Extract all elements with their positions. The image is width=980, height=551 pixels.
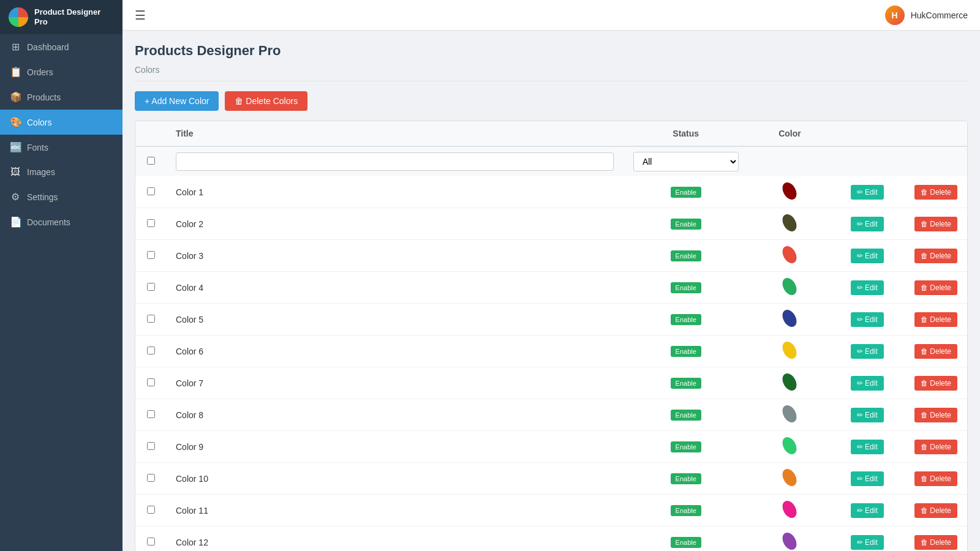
hamburger-menu[interactable]: ☰	[135, 8, 146, 23]
color-leaf-icon	[781, 213, 798, 233]
edit-button[interactable]: ✏ Edit	[851, 408, 884, 422]
row-title: Color 9	[166, 431, 624, 463]
row-color	[748, 176, 832, 208]
row-checkbox[interactable]	[147, 315, 155, 323]
row-delete-cell: 🗑 Delete	[894, 208, 967, 240]
filter-color-cell	[748, 146, 832, 176]
sidebar: Product Designer Pro ⊞ Dashboard 📋 Order…	[0, 0, 123, 551]
edit-button[interactable]: ✏ Edit	[851, 217, 884, 231]
row-checkbox[interactable]	[147, 219, 155, 227]
delete-button[interactable]: 🗑 Delete	[914, 408, 957, 422]
edit-button[interactable]: ✏ Edit	[851, 249, 884, 263]
sidebar-label-images: Images	[27, 167, 55, 177]
table-row: Color 11 Enable ✏ Edit 🗑 Delete	[135, 495, 967, 527]
color-leaf-icon	[781, 372, 798, 392]
delete-button[interactable]: 🗑 Delete	[914, 280, 957, 295]
color-leaf-icon	[781, 500, 798, 519]
delete-button[interactable]: 🗑 Delete	[914, 312, 957, 327]
row-title: Color 10	[166, 463, 624, 495]
delete-button[interactable]: 🗑 Delete	[914, 440, 957, 454]
row-checkbox-cell	[135, 304, 166, 335]
sidebar-item-products[interactable]: 📦 Products	[0, 84, 123, 110]
delete-button[interactable]: 🗑 Delete	[914, 217, 957, 231]
title-filter-input[interactable]	[176, 152, 614, 171]
svg-point-10	[781, 500, 798, 519]
row-edit-cell: ✏ Edit	[831, 240, 893, 272]
colors-table: Title Status Color	[135, 121, 967, 551]
row-color	[748, 240, 832, 272]
svg-point-11	[781, 531, 798, 551]
delete-button[interactable]: 🗑 Delete	[914, 249, 957, 263]
row-checkbox[interactable]	[147, 283, 155, 291]
row-delete-cell: 🗑 Delete	[894, 431, 967, 463]
row-checkbox-cell	[135, 495, 166, 527]
edit-button[interactable]: ✏ Edit	[851, 535, 884, 550]
svg-point-0	[781, 181, 798, 201]
delete-button[interactable]: 🗑 Delete	[914, 376, 957, 391]
row-delete-cell: 🗑 Delete	[894, 272, 967, 304]
row-color	[748, 527, 832, 552]
add-new-color-button[interactable]: + Add New Color	[135, 91, 219, 111]
sidebar-item-colors[interactable]: 🎨 Colors	[0, 110, 123, 135]
colors-icon: 🎨	[10, 116, 21, 128]
edit-button[interactable]: ✏ Edit	[851, 280, 884, 295]
edit-button[interactable]: ✏ Edit	[851, 471, 884, 486]
edit-button[interactable]: ✏ Edit	[851, 185, 884, 200]
action-bar: + Add New Color 🗑 Delete Colors	[135, 91, 968, 111]
row-edit-cell: ✏ Edit	[831, 367, 893, 399]
delete-button[interactable]: 🗑 Delete	[914, 344, 957, 359]
svg-point-9	[781, 468, 798, 487]
sidebar-item-orders[interactable]: 📋 Orders	[0, 59, 123, 84]
col-header-delete	[894, 121, 967, 146]
delete-colors-button[interactable]: 🗑 Delete Colors	[225, 91, 307, 111]
sidebar-item-fonts[interactable]: 🔤 Fonts	[0, 135, 123, 160]
colors-tbody: Color 1 Enable ✏ Edit 🗑 Delete Color 2 E…	[135, 176, 967, 551]
row-status: Enable	[624, 272, 748, 304]
status-filter-select[interactable]: All Enable Disable	[633, 152, 739, 171]
row-edit-cell: ✏ Edit	[831, 431, 893, 463]
row-edit-cell: ✏ Edit	[831, 495, 893, 527]
edit-button[interactable]: ✏ Edit	[851, 312, 884, 327]
row-checkbox[interactable]	[147, 410, 155, 418]
row-checkbox[interactable]	[147, 251, 155, 259]
select-all-checkbox[interactable]	[147, 157, 155, 165]
delete-button[interactable]: 🗑 Delete	[914, 185, 957, 200]
edit-button[interactable]: ✏ Edit	[851, 440, 884, 454]
row-color	[748, 495, 832, 527]
svg-point-2	[781, 245, 798, 264]
sidebar-item-documents[interactable]: 📄 Documents	[0, 209, 123, 234]
delete-button[interactable]: 🗑 Delete	[914, 471, 957, 486]
sidebar-label-fonts: Fonts	[27, 143, 48, 152]
delete-button[interactable]: 🗑 Delete	[914, 503, 957, 518]
row-status: Enable	[624, 495, 748, 527]
row-checkbox[interactable]	[147, 187, 155, 195]
row-color	[748, 335, 832, 367]
sidebar-item-images[interactable]: 🖼 Images	[0, 160, 123, 184]
row-title: Color 12	[166, 527, 624, 552]
row-edit-cell: ✏ Edit	[831, 272, 893, 304]
table-row: Color 8 Enable ✏ Edit 🗑 Delete	[135, 399, 967, 431]
status-badge: Enable	[671, 314, 701, 325]
table-row: Color 2 Enable ✏ Edit 🗑 Delete	[135, 208, 967, 240]
table-row: Color 10 Enable ✏ Edit 🗑 Delete	[135, 463, 967, 495]
row-checkbox[interactable]	[147, 347, 155, 354]
row-checkbox[interactable]	[147, 378, 155, 386]
sidebar-label-orders: Orders	[27, 67, 53, 77]
page-content: Products Designer Pro Colors + Add New C…	[123, 31, 980, 551]
sidebar-item-dashboard[interactable]: ⊞ Dashboard	[0, 34, 123, 59]
sidebar-item-settings[interactable]: ⚙ Settings	[0, 184, 123, 209]
edit-button[interactable]: ✏ Edit	[851, 503, 884, 518]
row-checkbox[interactable]	[147, 442, 155, 450]
row-status: Enable	[624, 431, 748, 463]
edit-button[interactable]: ✏ Edit	[851, 344, 884, 359]
products-icon: 📦	[10, 91, 21, 103]
row-checkbox[interactable]	[147, 538, 155, 545]
row-checkbox[interactable]	[147, 474, 155, 482]
delete-button[interactable]: 🗑 Delete	[914, 535, 957, 550]
color-leaf-icon	[781, 436, 798, 455]
row-edit-cell: ✏ Edit	[831, 304, 893, 335]
edit-button[interactable]: ✏ Edit	[851, 376, 884, 391]
sidebar-logo: Product Designer Pro	[0, 0, 123, 34]
col-header-check	[135, 121, 166, 146]
row-checkbox[interactable]	[147, 506, 155, 514]
